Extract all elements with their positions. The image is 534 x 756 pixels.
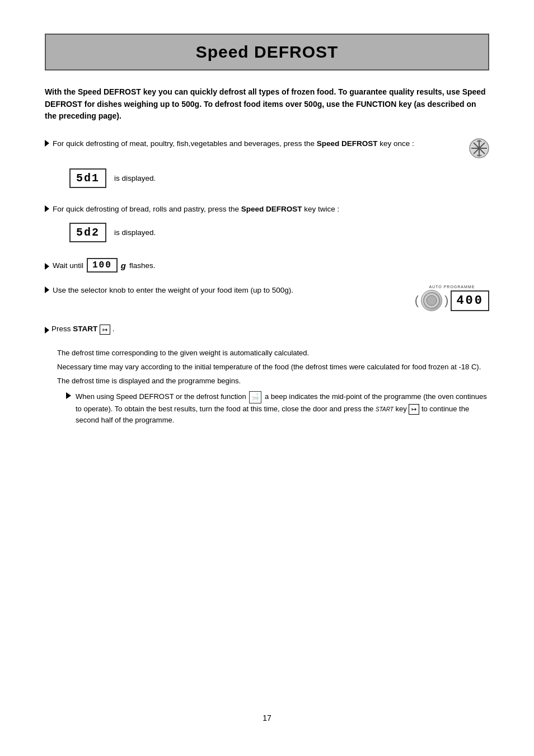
bullet-triangle-5 [45, 327, 49, 334]
start-arrow-key-2: ↦ [409, 404, 419, 415]
bullet-triangle-3 [45, 263, 49, 270]
start-arrow-key: ↦ [100, 325, 110, 335]
bullet-triangle-4 [45, 287, 49, 293]
display-suffix-2: is displayed. [114, 228, 156, 237]
display-sd2: 5d2 [69, 223, 106, 242]
bullet-triangle-1 [45, 140, 49, 147]
bullet-section-1: For quick defrosting of meat, poultry, f… [45, 138, 489, 191]
display-sd1: 5d1 [69, 168, 106, 188]
svg-point-10 [427, 295, 437, 306]
bullet-row-1: For quick defrosting of meat, poultry, f… [45, 138, 489, 161]
bullet-row-2: For quick defrosting of bread, rolls and… [45, 204, 489, 215]
bullet-section-5: Press START ↦ . [45, 323, 489, 335]
selector-text: Use the selector knob to enter the weigh… [53, 285, 400, 296]
bullet-1-text: For quick defrosting of meat, poultry, f… [53, 138, 449, 149]
bullet-section-3: Wait until 100 g flashes. [45, 258, 489, 273]
selector-row: Use the selector knob to enter the weigh… [45, 285, 489, 311]
sub-bullet-text: When using Speed DEFROST or the defrost … [76, 391, 489, 426]
g-label: g [121, 261, 126, 270]
bullet-triangle-2 [45, 205, 49, 212]
display-suffix-1: is displayed. [114, 174, 156, 182]
sub-bullet-section: When using Speed DEFROST or the defrost … [45, 391, 489, 426]
body-text-3: The defrost time is displayed and the pr… [45, 375, 489, 387]
display-100: 100 [87, 258, 118, 273]
defrost-function-icon: 🛁 [249, 391, 261, 403]
wait-text-pre: Wait until [53, 261, 83, 270]
wait-row: Wait until 100 g flashes. [45, 258, 489, 273]
page: Speed DEFROST With the Speed DEFROST key… [0, 0, 534, 756]
auto-prog-label: AUTO PROGRAMME [415, 285, 489, 289]
intro-paragraph: With the Speed DEFROST key you can quick… [45, 86, 489, 123]
bullet-section-2: For quick defrosting of bread, rolls and… [45, 204, 489, 246]
flashes-text: flashes. [129, 261, 156, 270]
title-box: Speed DEFROST [45, 34, 489, 71]
bullet-2-text: For quick defrosting of bread, rolls and… [53, 204, 489, 215]
body-text-2: Necessary time may vary according to the… [45, 361, 489, 373]
display-row-1: 5d1 is displayed. [57, 165, 489, 191]
body-text-1: The defrost time corresponding to the gi… [45, 348, 489, 359]
display-row-2: 5d2 is displayed. [57, 219, 489, 246]
page-title: Speed DEFROST [57, 43, 477, 62]
bullet-section-4: Use the selector knob to enter the weigh… [45, 285, 489, 311]
press-start-row: Press START ↦ . [45, 323, 489, 335]
knob-display-area: AUTO PROGRAMME ( ) [415, 285, 489, 311]
page-number: 17 [0, 713, 534, 722]
sub-bullet-row: When using Speed DEFROST or the defrost … [66, 391, 489, 426]
press-start-text: Press START ↦ . [51, 323, 489, 335]
selector-knob[interactable] [421, 290, 442, 311]
start-key-label: start [376, 406, 394, 412]
display-400: 400 [451, 290, 489, 311]
sub-bullet-triangle [66, 392, 71, 399]
snowflake-icon [469, 138, 489, 161]
